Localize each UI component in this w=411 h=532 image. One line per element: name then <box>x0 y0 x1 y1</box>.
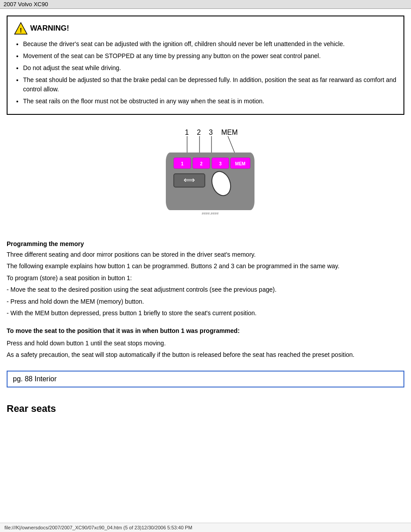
svg-text:MEM: MEM <box>235 161 245 166</box>
bold-body1: Press and hold down button 1 until the s… <box>7 338 404 348</box>
page-link-box[interactable]: pg. 88 Interior <box>7 371 404 387</box>
warning-list: Because the driver's seat can be adjuste… <box>14 39 397 106</box>
rear-seats-heading: Rear seats <box>7 403 404 415</box>
programming-step1: - Move the seat to the desired position … <box>7 285 404 294</box>
page-link-text: pg. 88 Interior <box>13 375 57 383</box>
warning-title: ! WARNING! <box>14 22 397 35</box>
programming-body1: Three different seating and door mirror … <box>7 250 404 259</box>
programming-section: Programming the memory Three different s… <box>7 240 404 360</box>
svg-text:2: 2 <box>197 129 201 136</box>
svg-line-9 <box>228 136 235 153</box>
programming-step2: - Press and hold down the MEM (memory) b… <box>7 297 404 306</box>
svg-text:####.####: ####.#### <box>202 211 219 215</box>
svg-text:3: 3 <box>219 161 222 166</box>
bold-heading: To move the seat to the position that it… <box>7 326 404 336</box>
page-title: 2007 Volvo XC90 <box>4 1 48 8</box>
top-bar: 2007 Volvo XC90 <box>0 0 411 9</box>
programming-body3: To program (store) a seat position in bu… <box>7 273 404 283</box>
svg-text:1: 1 <box>185 129 189 136</box>
seat-panel-diagram: 1 2 3 MEM 1 2 <box>7 126 404 229</box>
svg-text:2: 2 <box>200 161 203 166</box>
svg-text:!: ! <box>20 27 22 34</box>
warning-item-1: Because the driver's seat can be adjuste… <box>23 39 397 49</box>
svg-text:⟺: ⟺ <box>184 176 195 184</box>
svg-text:3: 3 <box>209 129 213 136</box>
footer-text: file:///K|/ownersdocs/2007/2007_XC90/07x… <box>4 525 192 530</box>
svg-text:MEM: MEM <box>221 129 238 136</box>
programming-heading: Programming the memory <box>7 240 404 247</box>
footer-bar: file:///K|/ownersdocs/2007/2007_XC90/07x… <box>0 523 411 532</box>
bold-body2: As a safety precaution, the seat will st… <box>7 350 404 360</box>
warning-item-3: Do not adjust the seat while driving. <box>23 63 397 73</box>
warning-item-4: The seat should be adjusted so that the … <box>23 75 397 94</box>
svg-text:1: 1 <box>181 161 184 166</box>
programming-body2: The following example explains how butto… <box>7 261 404 271</box>
warning-item-5: The seat rails on the floor must not be … <box>23 97 397 106</box>
programming-step3: - With the MEM button depressed, press b… <box>7 308 404 318</box>
warning-box: ! WARNING! Because the driver's seat can… <box>7 16 404 115</box>
warning-label: WARNING! <box>30 24 69 33</box>
warning-triangle-icon: ! <box>14 22 27 35</box>
seat-diagram-svg: 1 2 3 MEM 1 2 <box>144 126 268 228</box>
main-content: ! WARNING! Because the driver's seat can… <box>0 9 411 437</box>
warning-item-2: Movement of the seat can be STOPPED at a… <box>23 51 397 61</box>
